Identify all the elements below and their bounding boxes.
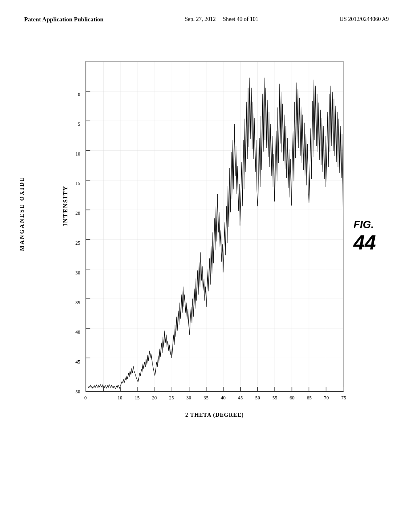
x-tick-60: 60: [290, 395, 294, 401]
plot-box: [86, 61, 344, 392]
y-tick-9: 5: [78, 121, 80, 127]
y-tick-0: 50: [75, 389, 80, 395]
spectrum-chart: [86, 62, 343, 391]
y-tick-8: 10: [75, 151, 80, 157]
x-tick-25: 25: [169, 395, 174, 401]
x-tick-55: 55: [272, 395, 277, 401]
y-tick-labels: 50 45 40 35 30 25 20 15 10 5 0: [61, 61, 83, 392]
fig-text: FIG.: [353, 218, 376, 231]
y-tick-2: 40: [75, 329, 80, 335]
figure-label: FIG. 44: [353, 218, 376, 254]
y-tick-6: 20: [75, 210, 80, 216]
y-tick-7: 15: [75, 181, 80, 187]
x-tick-50: 50: [255, 395, 260, 401]
x-tick-20: 20: [152, 395, 157, 401]
y-tick-4: 30: [75, 270, 80, 276]
x-axis-label: 2 THETA (DEGREE): [86, 412, 344, 418]
y-tick-1: 45: [75, 359, 80, 365]
main-content: MANGANESE OXIDE INTENSITY 50 45 40 35 30…: [0, 31, 413, 519]
x-tick-labels: 0 10 15 20 25 30 35 40 45 50 55 60 65 70…: [86, 395, 344, 407]
y-tick-10: 0: [78, 91, 80, 98]
x-tick-0: 0: [84, 395, 87, 401]
chart-area: INTENSITY 50 45 40 35 30 25 20 15 10 5 0: [61, 61, 376, 444]
x-tick-65: 65: [307, 395, 312, 401]
fig-number: 44: [353, 231, 376, 254]
x-tick-35: 35: [204, 395, 209, 401]
publication-title: Patent Application Publication: [24, 16, 104, 23]
y-tick-3: 35: [75, 299, 80, 305]
x-tick-70: 70: [324, 395, 329, 401]
sheet-info: Sheet 40 of 101: [223, 16, 258, 22]
patent-number: US 2012/0244060 A9: [340, 16, 389, 23]
x-tick-40: 40: [221, 395, 225, 401]
page-header: Patent Application Publication Sep. 27, …: [0, 0, 413, 31]
x-tick-10: 10: [117, 395, 122, 401]
side-label: MANGANESE OXIDE: [19, 176, 25, 251]
header-center: Sep. 27, 2012 Sheet 40 of 101: [185, 16, 259, 23]
y-tick-5: 25: [75, 240, 80, 246]
publication-date: Sep. 27, 2012: [185, 16, 216, 22]
x-tick-15: 15: [135, 395, 140, 401]
x-tick-30: 30: [186, 395, 191, 401]
x-tick-75: 75: [341, 395, 346, 401]
figure-container: MANGANESE OXIDE INTENSITY 50 45 40 35 30…: [33, 49, 380, 493]
x-tick-45: 45: [238, 395, 243, 401]
